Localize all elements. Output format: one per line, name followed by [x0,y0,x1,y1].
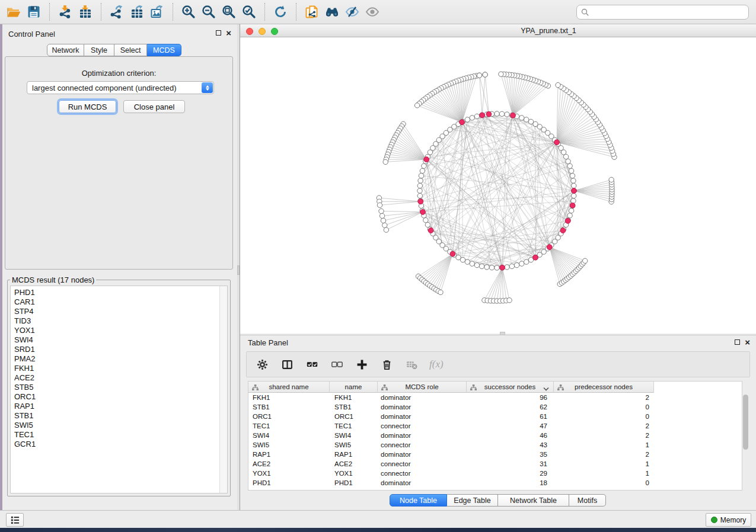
table-scrollbar-thumb[interactable] [743,395,748,450]
network-node[interactable] [474,262,479,267]
mcds-result-item[interactable]: CAR1 [14,297,227,307]
mcds-result-item[interactable]: STP4 [14,307,227,316]
tab-style[interactable]: Style [84,44,114,56]
network-node[interactable] [470,116,474,120]
import-network-button[interactable] [55,2,75,21]
mcds-result-list[interactable]: PHD1CAR1STP4TID3YOX1SWI4SRD1PMA2FKH1ACE2… [10,286,228,493]
network-node[interactable] [572,193,576,198]
run-mcds-button[interactable]: Run MCDS [59,100,116,113]
mcds-result-item[interactable]: RAP1 [14,402,227,411]
network-node[interactable] [528,119,533,124]
mcds-result-item[interactable]: PHD1 [14,288,227,297]
network-titlebar[interactable]: YPA_prune.txt_1 [240,24,756,37]
task-history-button[interactable] [6,513,24,527]
network-node[interactable] [495,265,499,270]
network-node[interactable] [418,178,423,183]
table-row[interactable]: ACE2ACE2connector311 [248,459,654,469]
close-table-panel-icon[interactable]: × [745,339,750,345]
network-node[interactable] [514,262,519,267]
mcds-result-item[interactable]: SWI4 [14,335,227,345]
network-node[interactable] [419,173,423,178]
network-node[interactable] [509,264,514,268]
network-node[interactable] [422,164,426,168]
table-row[interactable]: PHD1PHD1dominator180 [248,478,654,488]
network-node[interactable] [470,261,474,266]
search-box[interactable] [576,5,749,20]
mcds-node[interactable] [428,228,433,233]
column-header-name[interactable]: name [330,382,378,393]
mcds-node[interactable] [570,203,575,208]
network-node[interactable] [572,183,576,188]
network-node[interactable] [483,72,487,77]
column-header-shared-name[interactable]: shared name [248,382,330,393]
mcds-result-item[interactable]: STB5 [14,383,227,392]
table-scrollbar[interactable] [743,393,748,488]
network-node[interactable] [570,173,575,178]
horizontal-splitter-handle[interactable] [500,332,505,335]
network-node[interactable] [381,218,385,223]
network-node[interactable] [379,213,384,218]
network-node[interactable] [489,265,494,270]
mcds-list-scrollbar[interactable] [219,286,227,493]
network-node[interactable] [505,265,509,270]
mcds-result-item[interactable]: ACE2 [14,373,227,383]
mcds-node[interactable] [500,265,505,270]
network-node[interactable] [465,259,470,264]
table-row[interactable]: YOX1YOX1connector291 [248,469,654,478]
tab-network[interactable]: Network [47,44,84,56]
show-all-button[interactable] [362,2,382,21]
mcds-node[interactable] [480,113,485,118]
network-node[interactable] [465,117,470,122]
select-all-rows-button[interactable] [305,357,319,371]
table-row[interactable]: ORC1ORC1dominator610 [248,412,654,421]
network-node[interactable] [499,111,504,116]
float-table-panel-icon[interactable] [735,339,740,345]
mcds-result-item[interactable]: YOX1 [14,326,227,335]
network-node[interactable] [519,261,524,266]
save-session-button[interactable] [24,2,44,21]
network-node[interactable] [556,82,560,87]
export-image-button[interactable] [147,2,167,21]
tab-select[interactable]: Select [114,44,147,56]
hide-selected-button[interactable] [342,2,362,21]
function-builder-button[interactable]: f(x) [429,358,444,370]
table-row[interactable]: SWI4SWI4dominator462 [248,431,654,440]
refresh-view-button[interactable] [270,2,291,21]
table-settings-button[interactable] [255,357,269,371]
mcds-node[interactable] [547,245,552,250]
mcds-node[interactable] [486,111,492,117]
network-node[interactable] [484,265,489,270]
network-node[interactable] [609,177,614,182]
network-node[interactable] [567,164,572,168]
network-node[interactable] [569,208,573,213]
mcds-node[interactable] [572,188,577,194]
table-row[interactable]: FKH1FKH1dominator962 [248,393,654,402]
network-node[interactable] [495,111,499,116]
add-column-button[interactable] [355,357,369,371]
table-row[interactable]: SWI5SWI5connector431 [248,440,654,450]
column-header-MCDS-role[interactable]: MCDS role [378,382,467,393]
network-node[interactable] [414,103,419,108]
table-row[interactable]: TEC1TEC1connector472 [248,421,654,431]
network-node[interactable] [519,116,524,120]
splitter-handle[interactable] [237,265,240,275]
float-panel-icon[interactable] [216,30,221,36]
close-panel-button[interactable]: Close panel [123,100,185,113]
tab-mcds[interactable]: MCDS [147,44,181,56]
import-table-button[interactable] [75,2,95,21]
zoom-fit-button[interactable] [219,2,239,21]
search-input[interactable] [589,7,748,18]
network-node[interactable] [460,257,465,262]
mcds-result-item[interactable]: GCR1 [14,440,227,449]
mcds-result-item[interactable]: SWI5 [14,421,227,430]
mcds-result-item[interactable]: STB1 [14,411,227,421]
network-node[interactable] [524,259,529,264]
zoom-in-button[interactable] [178,2,199,21]
network-node[interactable] [567,213,572,218]
network-node[interactable] [524,117,529,122]
mcds-node[interactable] [533,255,538,260]
mcds-node[interactable] [450,251,455,257]
show-columns-button[interactable] [280,357,294,371]
network-node[interactable] [571,178,576,183]
new-network-from-selection-button[interactable] [302,2,322,21]
